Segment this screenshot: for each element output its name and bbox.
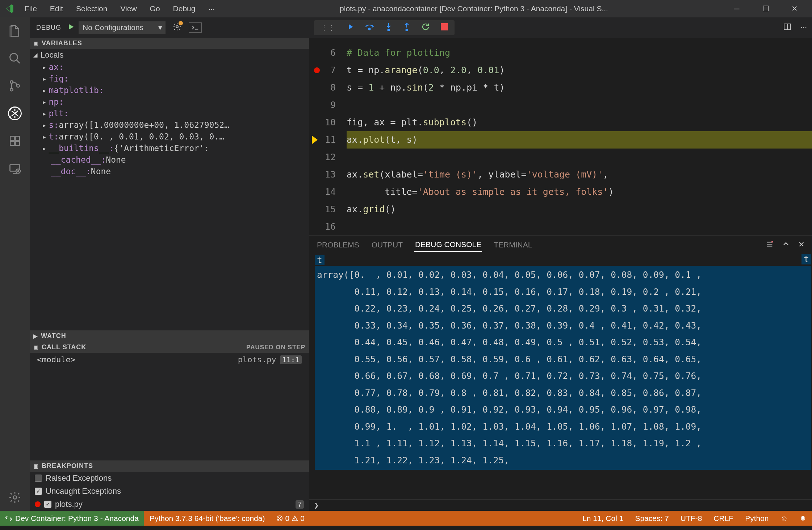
checkbox-icon[interactable]: ✓ [44, 501, 51, 508]
menu-debug[interactable]: Debug [169, 2, 200, 15]
indentation[interactable]: Spaces: 7 [629, 514, 674, 523]
variable-row[interactable]: ▶__builtins__: {'ArithmeticError': [30, 142, 309, 154]
restart-button[interactable] [421, 22, 430, 33]
title-bar: FileEditSelectionViewGoDebug··· plots.py… [0, 0, 812, 17]
variable-row[interactable]: ▶t: array([0. , 0.01, 0.02, 0.03, 0.… [30, 131, 309, 142]
more-actions-button[interactable]: ··· [800, 22, 807, 33]
debug-toolbar[interactable]: ⋮⋮ [314, 20, 455, 35]
variable-row[interactable]: ▶plt: [30, 108, 309, 119]
debug-sidebar: DEBUG No Configurations ▣VARIABLES ◢Loca… [30, 17, 309, 511]
extensions-icon[interactable] [7, 133, 23, 149]
search-icon[interactable] [7, 50, 23, 67]
panel-close-button[interactable]: ✕ [798, 240, 805, 250]
debug-icon[interactable] [7, 105, 23, 122]
panel-up-button[interactable] [782, 240, 790, 250]
svg-rect-7 [15, 141, 19, 145]
remote-icon[interactable] [7, 160, 23, 177]
language-mode[interactable]: Python [739, 514, 774, 523]
drag-handle-icon[interactable]: ⋮⋮ [321, 23, 335, 32]
console-expression: t [315, 255, 325, 265]
svg-point-2 [10, 88, 13, 91]
svg-point-14 [388, 29, 390, 31]
window-title: plots.py - anacondacontainer [Dev Contai… [219, 4, 729, 13]
checkbox-icon[interactable]: ✓ [35, 488, 42, 495]
console-input[interactable]: ❯ [309, 499, 812, 511]
panel-tab-debug-console[interactable]: DEBUG CONSOLE [414, 238, 482, 252]
encoding[interactable]: UTF-8 [675, 514, 708, 523]
call-stack-frame[interactable]: <module> plots.py11:1 [30, 353, 309, 366]
clear-console-button[interactable] [766, 240, 774, 250]
stop-button[interactable] [441, 23, 448, 32]
variables-section[interactable]: ▣VARIABLES [30, 38, 309, 49]
menu-file[interactable]: File [20, 2, 41, 15]
close-button[interactable]: ✕ [787, 3, 803, 14]
menu-go[interactable]: Go [146, 2, 164, 15]
panel-tabs: PROBLEMSOUTPUTDEBUG CONSOLETERMINAL ✕ [309, 235, 812, 252]
debug-console-button[interactable] [189, 22, 202, 33]
variable-row[interactable]: __doc__: None [30, 166, 309, 177]
svg-point-15 [406, 29, 408, 31]
start-debug-button[interactable] [67, 23, 75, 33]
menu-···[interactable]: ··· [204, 2, 219, 15]
checkbox-icon[interactable]: ✓ [35, 475, 42, 482]
menu-edit[interactable]: Edit [46, 2, 67, 15]
minimize-button[interactable]: ─ [729, 3, 745, 14]
config-dropdown[interactable]: No Configurations [79, 21, 166, 34]
variable-row[interactable]: __cached__: None [30, 154, 309, 166]
svg-point-13 [369, 28, 371, 30]
svg-point-12 [176, 26, 178, 28]
callstack-section[interactable]: ▣CALL STACKPAUSED ON STEP [30, 342, 309, 353]
locals-section[interactable]: ◢Locals [30, 49, 309, 61]
menu-view[interactable]: View [116, 2, 141, 15]
step-into-button[interactable] [385, 22, 392, 33]
source-control-icon[interactable] [7, 78, 23, 94]
remote-indicator[interactable]: Dev Container: Python 3 - Anaconda [0, 511, 144, 526]
breakpoints-section[interactable]: ▣BREAKPOINTS [30, 460, 309, 472]
panel-tab-terminal[interactable]: TERMINAL [493, 238, 533, 251]
panel-tab-problems[interactable]: PROBLEMS [316, 238, 360, 251]
editor-group: ⋮⋮ ··· 678910111213141516 # Data for plo… [309, 17, 812, 511]
bp-raised-exceptions[interactable]: ✓Raised Exceptions [30, 472, 309, 485]
svg-rect-6 [10, 141, 14, 145]
eol[interactable]: CRLF [708, 514, 739, 523]
bp-file[interactable]: ✓plots.py7 [30, 498, 309, 511]
panel-tab-output[interactable]: OUTPUT [371, 238, 403, 251]
step-out-button[interactable] [403, 22, 410, 33]
config-gear-button[interactable] [173, 22, 181, 33]
menu-selection[interactable]: Selection [72, 2, 112, 15]
svg-rect-16 [441, 23, 448, 30]
console-output: array([0. , 0.01, 0.02, 0.03, 0.04, 0.05… [315, 266, 811, 470]
vscode-logo-icon [2, 4, 17, 14]
variable-row[interactable]: ▶fig: [30, 73, 309, 84]
menu-bar: FileEditSelectionViewGoDebug··· [20, 2, 219, 15]
continue-button[interactable] [346, 23, 354, 33]
variable-row[interactable]: ▶s: array([1.00000000e+00, 1.06279052… [30, 119, 309, 131]
code-editor[interactable]: 678910111213141516 # Data for plottingt … [309, 38, 812, 235]
explorer-icon[interactable] [7, 22, 23, 39]
cursor-position[interactable]: Ln 11, Col 1 [577, 514, 629, 523]
activity-bar [0, 17, 30, 511]
watch-section[interactable]: ▶WATCH [30, 330, 309, 342]
settings-gear-icon[interactable] [7, 489, 23, 506]
svg-rect-5 [10, 136, 14, 140]
maximize-button[interactable]: ☐ [758, 3, 774, 14]
svg-point-0 [10, 54, 18, 61]
breakpoint-icon [35, 501, 41, 507]
svg-point-1 [10, 81, 13, 84]
status-bar: Dev Container: Python 3 - Anaconda Pytho… [0, 511, 812, 526]
variable-row[interactable]: ▶matplotlib: [30, 84, 309, 96]
svg-point-11 [13, 496, 17, 499]
debug-view-label: DEBUG [36, 24, 61, 32]
bp-uncaught-exceptions[interactable]: ✓Uncaught Exceptions [30, 485, 309, 498]
problems-indicator[interactable]: 0 0 [271, 514, 310, 523]
debug-console[interactable]: t t array([0. , 0.01, 0.02, 0.03, 0.04, … [309, 252, 812, 499]
svg-rect-8 [15, 136, 19, 140]
notifications-icon[interactable] [794, 514, 812, 523]
python-env[interactable]: Python 3.7.3 64-bit ('base': conda) [144, 514, 271, 523]
variable-row[interactable]: ▶np: [30, 96, 309, 108]
console-type-indicator: t [801, 254, 811, 264]
split-editor-button[interactable] [783, 22, 792, 33]
feedback-icon[interactable]: ☺ [775, 514, 794, 523]
step-over-button[interactable] [365, 23, 374, 33]
variable-row[interactable]: ▶ax: [30, 61, 309, 73]
